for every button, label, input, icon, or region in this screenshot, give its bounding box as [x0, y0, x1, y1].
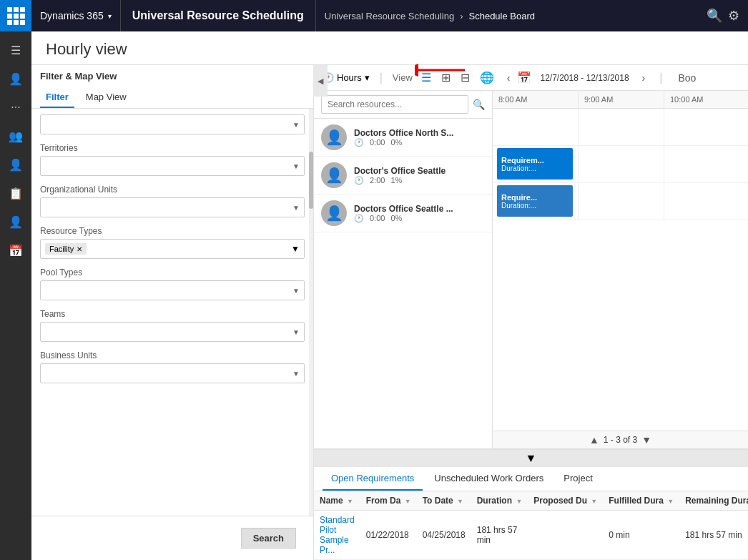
- timeline-nav-bottom: ▲ 1 - 3 of 3 ▼: [493, 431, 748, 448]
- teams-label: Teams: [40, 309, 305, 319]
- resource-types-select[interactable]: Facility ✕ ▼: [40, 239, 305, 259]
- sidebar-add-user-icon[interactable]: 👤: [3, 152, 29, 177]
- table-header: Name ▼ From Da ▼ To Date ▼ Duration ▼ Pr…: [314, 491, 748, 511]
- apps-grid-icon: [7, 7, 25, 25]
- sidebar-users-icon[interactable]: 👥: [3, 123, 29, 149]
- tab-unscheduled-work-orders[interactable]: Unscheduled Work Orders: [425, 467, 552, 491]
- business-units-select[interactable]: ▼: [40, 363, 305, 383]
- cell-from-date: 01/22/2018: [360, 511, 417, 560]
- sidebar-more-icon[interactable]: ···: [3, 94, 29, 120]
- resource-item-3: 👤 Doctors Office Seattle ... 🕐 0:00 0%: [314, 195, 492, 232]
- cell-duration: 181 hrs 57 min: [471, 511, 528, 560]
- requirement-link[interactable]: Standard Pilot Sample Pr...: [320, 515, 355, 555]
- pool-types-chevron-icon: ▼: [292, 287, 300, 295]
- filter-group-resource-types: Resource Types Facility ✕ ▼: [40, 226, 305, 259]
- filter-collapse-button[interactable]: ◀: [313, 65, 328, 97]
- clock-icon-2: 🕐: [354, 176, 364, 185]
- sidebar-hamburger-icon[interactable]: ☰: [3, 37, 29, 63]
- globe-icon[interactable]: 🌐: [477, 69, 497, 86]
- search-button[interactable]: Search: [241, 528, 296, 549]
- sidebar-user-icon[interactable]: 👤: [3, 66, 29, 92]
- schedule-block-2[interactable]: Require... Duration:...: [497, 185, 573, 217]
- search-input[interactable]: [321, 95, 468, 114]
- apps-button[interactable]: [0, 0, 31, 31]
- toolbar-separator1: |: [380, 72, 383, 84]
- scrollbar-thumb[interactable]: [309, 152, 313, 209]
- col-name[interactable]: Name ▼: [314, 491, 360, 511]
- timeline-row-3: Require... Duration:...: [493, 183, 748, 220]
- dynamics-nav[interactable]: Dynamics 365 ▾: [31, 0, 121, 31]
- filter-group-pool-types: Pool Types ▼: [40, 267, 305, 300]
- bottom-panel-toggle[interactable]: ▼: [314, 450, 748, 467]
- list-view-icon[interactable]: ☰: [418, 69, 434, 86]
- board-content: 🔍 👤 Doctors Office North S... 🕐 0:00: [314, 91, 748, 448]
- resource-item-1: 👤 Doctors Office North S... 🕐 0:00 0%: [314, 119, 492, 157]
- resource-name-2: Doctor's Office Seattle: [354, 166, 485, 176]
- resource-info-1: Doctors Office North S... 🕐 0:00 0%: [354, 128, 485, 147]
- filter-select-empty[interactable]: ▼: [40, 114, 305, 134]
- expand-up-icon[interactable]: ▲: [589, 434, 599, 446]
- schedule-board: 🕐 Hours ▾ | View ☰ ⊞ ⊟ 🌐 ‹ 📅: [314, 65, 748, 560]
- board-toolbar: 🕐 Hours ▾ | View ☰ ⊞ ⊟ 🌐 ‹ 📅: [314, 65, 748, 91]
- facility-tag-remove-icon[interactable]: ✕: [77, 245, 82, 253]
- org-units-label: Organizational Units: [40, 185, 305, 195]
- time-slot-9am: 9:00 AM: [579, 91, 664, 108]
- hours-selector[interactable]: 🕐 Hours ▾: [323, 72, 370, 83]
- prev-date-button[interactable]: ‹: [503, 71, 515, 85]
- search-icon[interactable]: 🔍: [473, 99, 485, 110]
- left-sidebar: ☰ 👤 ··· 👥 👤 📋 👤 📅: [0, 31, 31, 560]
- filter-group-empty: ▼: [40, 114, 305, 134]
- business-units-chevron-icon: ▼: [292, 370, 300, 378]
- facility-tag-label: Facility: [49, 245, 74, 253]
- bottom-panel: ▼ Open Requirements Unscheduled Work Ord…: [314, 448, 748, 560]
- next-date-button[interactable]: ›: [638, 71, 650, 85]
- timeline-cell-3-3: [664, 183, 748, 220]
- sidebar-clipboard-icon[interactable]: 📋: [3, 180, 29, 206]
- tab-filter[interactable]: Filter: [40, 87, 74, 108]
- sort-icon-from: ▼: [405, 498, 411, 505]
- col-remaining[interactable]: Remaining Duratio ▼: [679, 491, 748, 511]
- resource-percent-2: 1%: [390, 176, 402, 185]
- pool-types-select[interactable]: ▼: [40, 280, 305, 300]
- gantt-view-icon[interactable]: ⊞: [438, 69, 453, 86]
- expand-down-icon[interactable]: ▼: [641, 434, 651, 446]
- filter-group-territories: Territories ▼: [40, 143, 305, 176]
- tab-map-view[interactable]: Map View: [80, 87, 132, 108]
- tab-open-requirements[interactable]: Open Requirements: [323, 467, 423, 491]
- org-units-select[interactable]: ▼: [40, 197, 305, 217]
- resource-info-3: Doctors Office Seattle ... 🕐 0:00 0%: [354, 204, 485, 223]
- col-duration[interactable]: Duration ▼: [471, 491, 528, 511]
- tab-project[interactable]: Project: [555, 467, 601, 491]
- col-proposed[interactable]: Proposed Du ▼: [528, 491, 603, 511]
- breadcrumb-current: Schedule Board: [469, 11, 536, 21]
- calendar-icon[interactable]: 📅: [517, 71, 531, 84]
- sort-icon-name: ▼: [347, 498, 353, 505]
- col-from-date[interactable]: From Da ▼: [360, 491, 417, 511]
- sort-icon-duration: ▼: [516, 498, 522, 505]
- pool-types-label: Pool Types: [40, 267, 305, 277]
- col-fulfilled[interactable]: Fulfilled Dura ▼: [603, 491, 679, 511]
- col-to-date[interactable]: To Date ▼: [417, 491, 471, 511]
- block-sub-2: Duration:...: [501, 202, 569, 210]
- grid-view-icon[interactable]: ⊟: [458, 69, 473, 86]
- hours-chevron-icon: ▾: [365, 72, 370, 83]
- cell-fulfilled: 0 min: [603, 511, 679, 560]
- search-icon[interactable]: 🔍: [707, 8, 722, 24]
- page-title: Hourly view: [46, 40, 734, 59]
- schedule-block-1[interactable]: Requirem... Duration:...: [497, 148, 573, 180]
- timeline-row-2: Requirem... Duration:...: [493, 146, 748, 183]
- business-units-label: Business Units: [40, 350, 305, 360]
- chevron-down-icon: ▼: [292, 121, 300, 129]
- main-layout: ☰ 👤 ··· 👥 👤 📋 👤 📅 Hourly view Filter & M…: [0, 31, 748, 560]
- teams-select[interactable]: ▼: [40, 322, 305, 342]
- block-title-1: Requirem...: [501, 156, 569, 164]
- clock-icon-3: 🕐: [354, 214, 364, 223]
- sidebar-calendar-icon[interactable]: 📅: [3, 237, 29, 263]
- cell-proposed: [528, 511, 603, 560]
- sidebar-resource-icon[interactable]: 👤: [3, 209, 29, 235]
- territories-select[interactable]: ▼: [40, 156, 305, 176]
- settings-icon[interactable]: ⚙: [728, 8, 739, 24]
- timeline-cell-2-3: [664, 146, 748, 182]
- page-header: Hourly view: [31, 31, 748, 65]
- app-name: Universal Resource Scheduling: [121, 0, 316, 31]
